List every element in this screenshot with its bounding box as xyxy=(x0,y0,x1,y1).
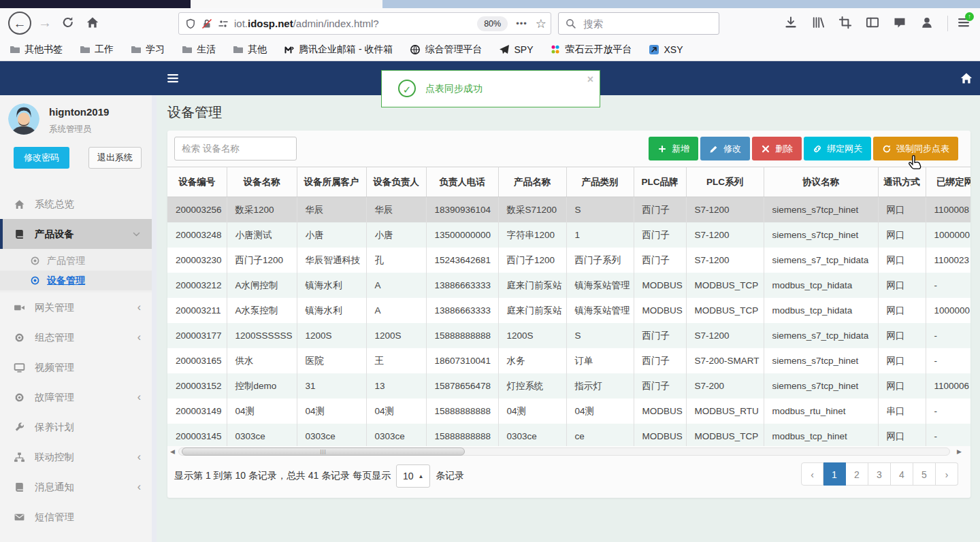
table-cell: modbus_tcp_hidata xyxy=(764,298,878,323)
table-row[interactable]: 200003211A水泵控制镇海水利A13886663333庭来门前泵站镇海泵站… xyxy=(167,298,970,323)
bookmark-item[interactable]: 工作 xyxy=(80,44,114,56)
screenshot-icon[interactable] xyxy=(838,16,853,31)
pagination-next[interactable]: › xyxy=(936,462,958,486)
action-button[interactable]: 新增 xyxy=(649,137,698,160)
forward-icon[interactable]: → xyxy=(38,15,52,31)
change-password-button[interactable]: 修改密码 xyxy=(14,147,69,169)
bookmark-item[interactable]: 萤石云开放平台 xyxy=(550,44,632,56)
page-actions-icon[interactable]: ••• xyxy=(516,18,527,29)
sidebar-item[interactable]: 产品设备 xyxy=(0,219,152,249)
table-row[interactable]: 200003248小唐测试小唐小唐13500000000字符串12001西门子S… xyxy=(167,222,970,248)
active-tab-edge[interactable] xyxy=(0,0,191,8)
bookmark-item[interactable]: 其他书签 xyxy=(10,44,63,56)
action-button[interactable]: 删除 xyxy=(752,137,802,160)
pocket-icon[interactable] xyxy=(893,16,908,31)
table-cell: 15243642681 xyxy=(426,248,498,273)
pagination-prev[interactable]: ‹ xyxy=(801,462,823,486)
toast-close-icon[interactable]: × xyxy=(587,73,593,86)
column-header[interactable]: 已绑定网关 xyxy=(926,167,970,197)
sidebar-item[interactable]: 组态管理‹ xyxy=(0,322,152,352)
bookmark-item[interactable]: 腾讯企业邮箱 - 收件箱 xyxy=(284,44,393,56)
column-header[interactable]: 产品类别 xyxy=(566,167,634,197)
column-header[interactable]: PLC系列 xyxy=(686,167,764,197)
column-header[interactable]: 设备负责人 xyxy=(366,167,426,197)
browser-home-icon[interactable] xyxy=(86,16,101,31)
bookmark-label: SPY xyxy=(514,44,533,55)
sidebar-item[interactable]: 故障管理‹ xyxy=(0,382,152,412)
table-row[interactable]: 200003230西门子1200华辰智通科技孔15243642681西门子120… xyxy=(167,248,970,273)
column-header[interactable]: PLC品牌 xyxy=(634,167,686,197)
scroll-left-icon[interactable]: ◀ xyxy=(170,448,175,455)
sidebar-scrollbar[interactable] xyxy=(152,95,157,542)
bookmark-item[interactable]: 综合管理平台 xyxy=(410,44,482,56)
action-button-label: 修改 xyxy=(723,143,741,155)
pagination-page[interactable]: 5 xyxy=(913,462,936,486)
table-row[interactable]: 20000314904测04测04测1588888888804测04测MODBU… xyxy=(167,399,970,424)
table-row[interactable]: 200003212A水闸控制镇海水利A13886663333庭来门前泵站镇海泵站… xyxy=(167,273,970,298)
sidebar-subitem[interactable]: 设备管理 xyxy=(0,271,152,290)
column-header[interactable]: 设备所属客户 xyxy=(297,167,366,197)
pagination-page[interactable]: 4 xyxy=(891,462,913,486)
pagination-page[interactable]: 2 xyxy=(846,462,868,486)
insecure-connection-icon[interactable] xyxy=(201,18,212,29)
browser-search[interactable] xyxy=(558,12,719,35)
column-header[interactable]: 设备编号 xyxy=(167,167,227,197)
table-row[interactable]: 200003256数采1200华辰华辰18390936104数采S71200S西… xyxy=(167,197,970,223)
pagination-page[interactable]: 1 xyxy=(823,462,846,486)
table-row[interactable]: 200003165供水医院王18607310041水务订单西门子S7-200-S… xyxy=(167,348,970,373)
logout-button[interactable]: 退出系统 xyxy=(88,147,142,169)
table-row[interactable]: 2000031771200SSSSSS1200S1200S15888888888… xyxy=(167,323,970,348)
scrollbar-thumb[interactable]: ||| xyxy=(182,447,465,456)
library-icon[interactable] xyxy=(811,16,826,31)
table-cell: 网口 xyxy=(878,348,926,373)
device-search-input[interactable] xyxy=(174,137,297,160)
table-cell: 04测 xyxy=(227,399,297,424)
sidebar-item[interactable]: 联动控制‹ xyxy=(0,442,152,472)
url-bar[interactable]: iot.idosp.net/admin/index.html? 80% ••• … xyxy=(178,12,551,35)
account-icon[interactable] xyxy=(920,16,935,31)
pagination-page[interactable]: 3 xyxy=(868,462,891,486)
download-icon[interactable] xyxy=(784,16,799,31)
table-row[interactable]: 200003152控制demo311315878656478灯控系统指示灯西门子… xyxy=(167,373,970,399)
horizontal-scrollbar[interactable]: ◀ ||| ▶ xyxy=(167,446,970,457)
sidebar-item[interactable]: 视频管理 xyxy=(0,352,152,382)
sidebar-subitem[interactable]: 产品管理 xyxy=(0,251,152,271)
back-icon[interactable]: ← xyxy=(8,12,31,35)
table-cell: 镇海水利 xyxy=(297,298,366,323)
bookmark-item[interactable]: 学习 xyxy=(131,44,165,56)
sidebar-item[interactable]: 消息通知‹ xyxy=(0,472,152,502)
folder-icon xyxy=(131,44,142,55)
table-cell: 数采S71200 xyxy=(498,197,566,223)
page-size-select[interactable]: 10 ▲ xyxy=(396,464,430,488)
inactive-tab-edge[interactable] xyxy=(191,0,382,8)
browser-search-input[interactable] xyxy=(559,13,719,34)
permissions-icon[interactable] xyxy=(218,18,229,29)
sidebar-item[interactable]: 短信管理 xyxy=(0,502,152,532)
column-header[interactable]: 协议名称 xyxy=(764,167,878,197)
bookmark-item[interactable]: 生活 xyxy=(182,44,216,56)
sidebars-icon[interactable] xyxy=(866,16,881,31)
bookmark-item[interactable]: XSY xyxy=(649,44,683,55)
sidebar-item[interactable]: 系统总览 xyxy=(0,189,152,219)
menu-icon[interactable]: ↑ xyxy=(957,16,972,31)
column-header[interactable]: 产品名称 xyxy=(498,167,566,197)
bookmark-item[interactable]: 其他 xyxy=(233,44,267,56)
action-button[interactable]: 绑定网关 xyxy=(804,137,871,160)
scroll-right-icon[interactable]: ▶ xyxy=(957,448,962,455)
shield-icon[interactable] xyxy=(185,18,196,29)
app-home-icon[interactable] xyxy=(960,71,973,85)
column-header[interactable]: 负责人电话 xyxy=(426,167,498,197)
sidebar-item[interactable]: 保养计划 xyxy=(0,412,152,442)
table-row[interactable]: 2000031450303ce0303ce0303ce1588888888803… xyxy=(167,424,970,446)
zoom-level-badge[interactable]: 80% xyxy=(477,16,508,31)
action-button[interactable]: 修改 xyxy=(700,137,750,160)
sidebar-toggle-icon[interactable] xyxy=(166,71,180,85)
sidebar-item[interactable]: 网关管理‹ xyxy=(0,292,152,322)
avatar[interactable] xyxy=(8,103,39,135)
bookmark-item[interactable]: SPY xyxy=(499,44,533,55)
bookmark-star-icon[interactable]: ☆ xyxy=(536,16,546,31)
table-cell: 18390936104 xyxy=(426,197,498,223)
column-header[interactable]: 设备名称 xyxy=(227,167,297,197)
reload-icon[interactable] xyxy=(61,16,76,31)
sidebar-item[interactable]: 大屏管理 xyxy=(0,532,152,542)
